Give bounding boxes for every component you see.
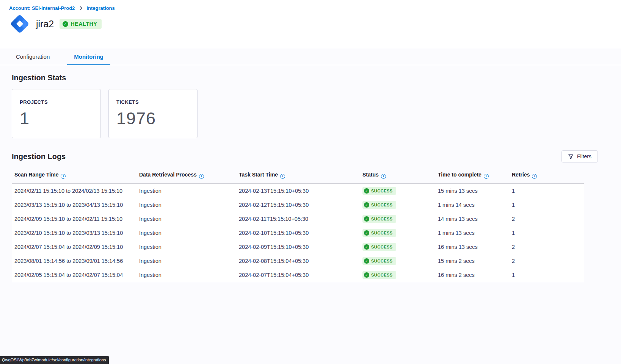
- breadcrumb-integrations-link[interactable]: Integrations: [86, 5, 114, 11]
- status-badge-label: SUCCESS: [371, 217, 393, 221]
- status-cell: SUCCESS: [362, 198, 438, 212]
- status-cell: SUCCESS: [362, 212, 438, 226]
- status-badge: SUCCESS: [362, 271, 396, 279]
- check-circle-icon: [364, 272, 369, 278]
- column-time-to-complete: Time to complete: [438, 169, 512, 184]
- filter-funnel-icon: [568, 154, 574, 159]
- stat-label: PROJECTS: [20, 99, 93, 105]
- content-area: Configuration Monitoring Ingestion Stats…: [0, 48, 621, 364]
- retries-cell: 1: [512, 226, 584, 240]
- stat-label: TICKETS: [116, 99, 190, 105]
- status-badge: SUCCESS: [362, 215, 396, 223]
- ingestion-logs-header: Ingestion Logs Filters: [12, 150, 598, 162]
- breadcrumb-account-link[interactable]: Account: SEI-Internal-Prod2: [9, 5, 75, 11]
- status-badge-label: SUCCESS: [371, 231, 393, 235]
- table-row[interactable]: 2024/02/05 15:15:04 to 2024/02/07 15:15:…: [12, 268, 584, 282]
- ingestion-stats-heading: Ingestion Stats: [12, 73, 609, 82]
- status-badge-label: SUCCESS: [371, 245, 393, 249]
- status-cell: SUCCESS: [362, 268, 438, 282]
- info-icon[interactable]: [484, 174, 489, 179]
- info-icon[interactable]: [199, 174, 204, 179]
- retries-cell: 1: [512, 184, 584, 198]
- column-retries: Retries: [512, 169, 584, 184]
- stat-value: 1: [20, 109, 93, 128]
- time-to-complete-cell: 15 mins 13 secs: [438, 184, 512, 198]
- info-icon[interactable]: [280, 174, 285, 179]
- info-icon[interactable]: [532, 174, 537, 179]
- table-row[interactable]: 2023/03/13 15:15:10 to 2023/04/13 15:15:…: [12, 198, 584, 212]
- table-row[interactable]: 2024/02/07 15:15:04 to 2024/02/09 15:15:…: [12, 240, 584, 254]
- column-label: Time to complete: [438, 172, 481, 178]
- process-cell: Ingestion: [139, 254, 239, 268]
- task-start-cell: 2024-02-11T15:15:10+05:30: [239, 212, 362, 226]
- column-label: Scan Range Time: [14, 172, 58, 178]
- check-circle-icon: [364, 216, 369, 222]
- process-cell: Ingestion: [139, 268, 239, 282]
- time-to-complete-cell: 1 mins 14 secs: [438, 198, 512, 212]
- check-circle-icon: [364, 258, 369, 264]
- column-label: Status: [362, 172, 379, 178]
- stat-cards: PROJECTS 1 TICKETS 1976: [12, 89, 609, 138]
- filters-button[interactable]: Filters: [561, 150, 598, 162]
- process-cell: Ingestion: [139, 184, 239, 198]
- retries-cell: 2: [512, 254, 584, 268]
- table-header: Scan Range Time Data Retrieval Process T…: [12, 169, 584, 184]
- task-start-cell: 2024-02-08T15:15:04+05:30: [239, 254, 362, 268]
- status-badge-label: SUCCESS: [371, 203, 393, 207]
- process-cell: Ingestion: [139, 212, 239, 226]
- status-badge: SUCCESS: [362, 257, 396, 265]
- scan-range-cell: 2024/02/09 15:15:10 to 2024/02/11 15:15:…: [12, 212, 139, 226]
- filters-button-label: Filters: [577, 153, 591, 159]
- stat-card-projects: PROJECTS 1: [12, 89, 101, 138]
- ingestion-logs-heading: Ingestion Logs: [12, 152, 66, 161]
- time-to-complete-cell: 1 mins 13 secs: [438, 226, 512, 240]
- check-circle-icon: [364, 244, 369, 250]
- scan-range-cell: 2023/03/13 15:15:10 to 2023/04/13 15:15:…: [12, 198, 139, 212]
- check-circle-icon: [364, 188, 369, 194]
- page-header: Account: SEI-Internal-Prod2 Integrations: [0, 0, 621, 48]
- retries-cell: 1: [512, 268, 584, 282]
- status-cell: SUCCESS: [362, 184, 438, 198]
- task-start-cell: 2024-02-13T15:15:10+05:30: [239, 184, 362, 198]
- check-circle-icon: [63, 21, 68, 27]
- column-label: Retries: [512, 172, 530, 178]
- column-status: Status: [362, 169, 438, 184]
- info-icon[interactable]: [381, 174, 386, 179]
- table-row[interactable]: 2023/02/10 15:15:10 to 2023/03/13 15:15:…: [12, 226, 584, 240]
- tab-configuration[interactable]: Configuration: [9, 48, 56, 65]
- column-label: Data Retrieval Process: [139, 172, 197, 178]
- process-cell: Ingestion: [139, 198, 239, 212]
- status-badge: SUCCESS: [362, 201, 396, 209]
- status-cell: SUCCESS: [362, 226, 438, 240]
- table-row[interactable]: 2023/08/01 15:14:56 to 2023/09/01 15:14:…: [12, 254, 584, 268]
- integration-monitoring-page: Account: SEI-Internal-Prod2 Integrations: [0, 0, 621, 364]
- retries-cell: 1: [512, 198, 584, 212]
- scan-range-cell: 2023/02/10 15:15:10 to 2023/03/13 15:15:…: [12, 226, 139, 240]
- scan-range-cell: 2024/02/11 15:15:10 to 2024/02/13 15:15:…: [12, 184, 139, 198]
- column-data-retrieval-process: Data Retrieval Process: [139, 169, 239, 184]
- retries-cell: 2: [512, 240, 584, 254]
- task-start-cell: 2024-02-10T15:15:10+05:30: [239, 226, 362, 240]
- ingestion-logs-table: Scan Range Time Data Retrieval Process T…: [12, 169, 584, 282]
- check-circle-icon: [364, 202, 369, 208]
- jira-logo-icon: [9, 13, 30, 34]
- check-circle-icon: [364, 230, 369, 236]
- table-body: 2024/02/11 15:15:10 to 2024/02/13 15:15:…: [12, 184, 584, 282]
- tab-bar: Configuration Monitoring: [0, 48, 621, 65]
- page-title: jira2: [36, 19, 54, 30]
- status-cell: SUCCESS: [362, 240, 438, 254]
- link-preview-statusbar: QwqOSllWp9ob7w/module/sei/configuration/…: [0, 356, 109, 364]
- status-badge: SUCCESS: [362, 243, 396, 251]
- column-label: Task Start Time: [239, 172, 278, 178]
- tab-monitoring[interactable]: Monitoring: [67, 48, 110, 65]
- process-cell: Ingestion: [139, 240, 239, 254]
- info-icon[interactable]: [61, 174, 66, 179]
- scan-range-cell: 2024/02/05 15:15:04 to 2024/02/07 15:15:…: [12, 268, 139, 282]
- status-cell: SUCCESS: [362, 254, 438, 268]
- status-badge-label: SUCCESS: [371, 273, 393, 277]
- table-row[interactable]: 2024/02/11 15:15:10 to 2024/02/13 15:15:…: [12, 184, 584, 198]
- status-badge: SUCCESS: [362, 187, 396, 195]
- table-row[interactable]: 2024/02/09 15:15:10 to 2024/02/11 15:15:…: [12, 212, 584, 226]
- stat-card-tickets: TICKETS 1976: [108, 89, 198, 138]
- time-to-complete-cell: 15 mins 2 secs: [438, 254, 512, 268]
